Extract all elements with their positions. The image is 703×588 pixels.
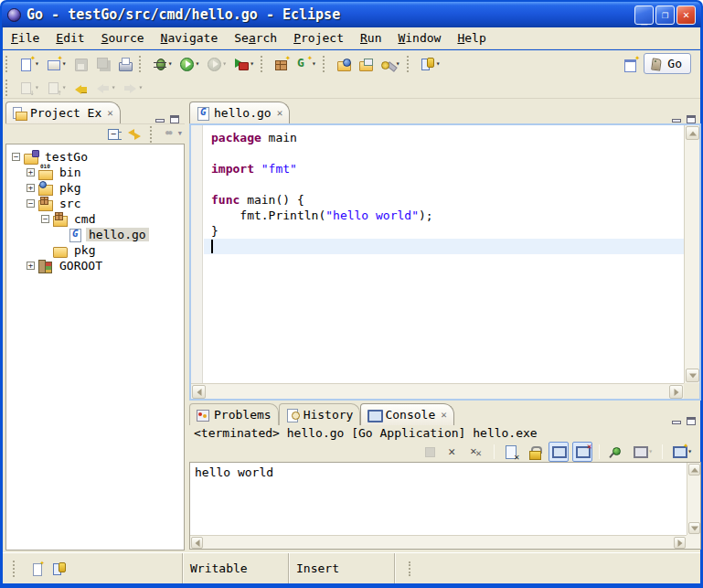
collapse-icon[interactable]: − (41, 215, 49, 223)
synchronize-button[interactable]: ▾ (418, 54, 443, 74)
tree-item-cmd[interactable]: −cmd (6, 211, 184, 227)
previous-annotation-button[interactable]: ▾ (44, 78, 69, 98)
display-selected-console-button[interactable]: ▾ (630, 442, 655, 462)
scroll-right-button[interactable] (669, 385, 683, 399)
go-perspective-button[interactable]: Go (644, 53, 691, 74)
scroll-down-button[interactable] (688, 522, 700, 534)
tree-item-testgo[interactable]: −testGo (6, 149, 184, 165)
dropdown-arrow-icon[interactable]: ▾ (168, 59, 173, 68)
fast-view-button[interactable] (30, 561, 45, 576)
close-view-icon[interactable]: ✕ (107, 107, 113, 119)
menu-search[interactable]: Search (226, 27, 285, 48)
dropdown-arrow-icon[interactable]: ▾ (436, 59, 441, 68)
project-tree[interactable]: −testGo+bin+pkg−src−cmdhello.gopkg+GOROO… (5, 144, 185, 551)
remove-launch-button[interactable] (443, 442, 463, 462)
forward-button[interactable]: ▾ (120, 78, 145, 98)
scroll-right-button[interactable] (674, 537, 686, 549)
new-folder-button[interactable]: ▾ (44, 54, 69, 74)
editor-horizontal-scrollbar[interactable] (191, 383, 684, 399)
collapse-icon[interactable]: − (12, 153, 20, 161)
dropdown-arrow-icon[interactable]: ▾ (648, 447, 653, 455)
view-menu-button[interactable] (165, 127, 180, 142)
new-go-package-button[interactable] (272, 54, 292, 74)
open-resource-button[interactable] (356, 54, 376, 74)
maximize-editor-button[interactable] (687, 115, 696, 123)
print-button[interactable] (115, 54, 135, 74)
minimize-button[interactable]: _ (634, 5, 654, 25)
scroll-lock-button[interactable] (525, 442, 545, 462)
show-stderr-button[interactable] (572, 442, 592, 462)
close-editor-icon[interactable]: ✕ (277, 107, 283, 119)
link-with-editor-button[interactable] (127, 127, 142, 142)
console-horizontal-scrollbar[interactable] (190, 535, 687, 549)
minimize-console-button[interactable] (672, 421, 681, 424)
tab-project-explorer[interactable]: Project Ex ✕ (5, 102, 121, 123)
new-go-element-button[interactable]: ▾ (293, 54, 319, 74)
menu-project[interactable]: Project (285, 27, 352, 48)
tab-console[interactable]: Console✕ (360, 403, 453, 425)
pin-console-button[interactable] (606, 442, 626, 462)
maximize-view-button[interactable] (170, 115, 179, 123)
editor-vertical-scrollbar[interactable] (684, 125, 699, 383)
tab-history[interactable]: History (279, 403, 361, 425)
expand-icon[interactable]: + (27, 184, 35, 192)
open-console-button[interactable]: ▾ (669, 442, 695, 462)
sync-status-icon[interactable] (52, 561, 67, 576)
collapse-icon[interactable]: − (27, 199, 35, 208)
expand-icon[interactable]: + (27, 262, 35, 270)
scroll-up-button[interactable] (688, 464, 700, 476)
search-button[interactable]: ▾ (378, 54, 403, 74)
close-view-icon[interactable]: ✕ (441, 409, 447, 421)
minimize-editor-button[interactable] (672, 119, 681, 123)
close-button[interactable]: ✕ (676, 5, 696, 25)
code-text[interactable]: package mainimport "fmt"func main() { fm… (204, 125, 684, 383)
expand-icon[interactable]: + (27, 168, 35, 176)
dropdown-arrow-icon[interactable]: ▾ (138, 83, 143, 91)
scroll-left-button[interactable] (191, 537, 203, 549)
tab-hello-go[interactable]: hello.go ✕ (189, 102, 290, 123)
menu-edit[interactable]: Edit (48, 27, 92, 48)
save-button[interactable] (71, 54, 91, 74)
dropdown-arrow-icon[interactable]: ▾ (62, 83, 67, 91)
annotation-ruler[interactable] (191, 125, 203, 383)
collapse-all-button[interactable] (107, 127, 122, 142)
menu-run[interactable]: Run (352, 27, 389, 48)
dropdown-arrow-icon[interactable]: ▾ (112, 83, 116, 91)
last-edit-location-button[interactable] (71, 78, 91, 98)
external-tools-button[interactable]: ▾ (231, 54, 257, 74)
menu-source[interactable]: Source (93, 27, 153, 48)
save-all-button[interactable] (93, 54, 113, 74)
new-wizard-button[interactable]: ▾ (16, 54, 42, 74)
menu-navigate[interactable]: Navigate (153, 27, 227, 48)
show-stdout-button[interactable] (549, 442, 569, 462)
scroll-up-button[interactable] (686, 126, 699, 140)
console-vertical-scrollbar[interactable] (687, 463, 700, 535)
menu-file[interactable]: File (3, 27, 48, 48)
code-editor[interactable]: package mainimport "fmt"func main() { fm… (189, 123, 701, 401)
remove-all-terminated-button[interactable] (467, 442, 487, 462)
dropdown-arrow-icon[interactable]: ▾ (250, 59, 254, 68)
dropdown-arrow-icon[interactable]: ▾ (35, 83, 39, 91)
tree-item-pkg[interactable]: +pkg (6, 180, 184, 196)
open-perspective-button[interactable] (623, 57, 638, 71)
dropdown-arrow-icon[interactable]: ▾ (195, 59, 199, 68)
run-button[interactable]: ▾ (176, 54, 202, 74)
scroll-left-button[interactable] (192, 385, 206, 399)
maximize-button[interactable]: ❐ (655, 5, 675, 25)
clear-console-button[interactable] (501, 442, 521, 462)
back-button[interactable]: ▾ (93, 78, 119, 98)
titlebar[interactable]: Go - testGo/src/cmd/hello.go - Eclipse _… (2, 2, 701, 27)
tree-item-pkg[interactable]: pkg (6, 242, 184, 258)
menu-help[interactable]: Help (449, 27, 494, 48)
import-go-project-button[interactable] (334, 54, 354, 74)
console-output-area[interactable]: hello world (189, 462, 701, 550)
menu-window[interactable]: Window (389, 27, 449, 48)
tree-item-src[interactable]: −src (6, 196, 184, 211)
dropdown-arrow-icon[interactable]: ▾ (222, 59, 227, 68)
run-last-button[interactable]: ▾ (204, 54, 229, 74)
terminate-button[interactable] (420, 442, 440, 462)
tab-problems[interactable]: Problems (189, 403, 279, 425)
maximize-console-button[interactable] (687, 417, 696, 425)
minimize-view-button[interactable] (155, 119, 165, 123)
tree-item-hello-go[interactable]: hello.go (6, 227, 184, 242)
